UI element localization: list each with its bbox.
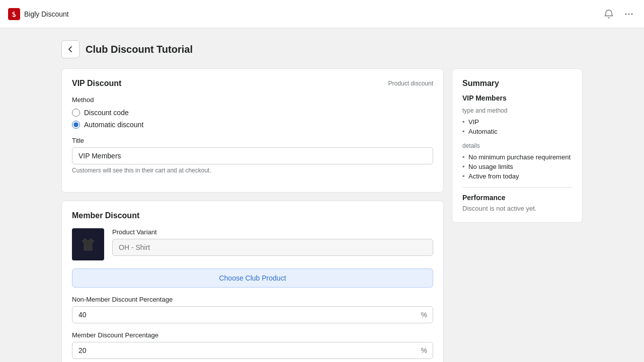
more-button[interactable] (622, 7, 636, 21)
top-bar: Bigly Discount (0, 0, 644, 28)
bell-icon (604, 9, 614, 19)
more-icon (624, 9, 634, 19)
type-method-item-automatic: Automatic (462, 127, 572, 136)
details-list: No minimum purchase requirement No usage… (462, 152, 572, 181)
member-card-header: Member Discount (72, 211, 433, 220)
automatic-discount-label: Automatic discount (84, 121, 143, 129)
method-group: Method Discount code Automatic discount (72, 96, 433, 129)
vip-card-badge: Product discount (388, 80, 433, 87)
member-percent-symbol: % (421, 346, 427, 354)
title-field-label: Title (72, 137, 433, 144)
member-discount-input[interactable] (72, 342, 433, 359)
radio-automatic-discount[interactable]: Automatic discount (72, 121, 433, 129)
non-member-discount-group: Non-Member Discount Percentage % (72, 296, 433, 323)
product-variant-label: Product Variant (112, 228, 433, 236)
non-member-label: Non-Member Discount Percentage (72, 296, 433, 303)
left-column: VIP Discount Product discount Method Dis… (61, 68, 444, 362)
method-radio-group: Discount code Automatic discount (72, 109, 433, 129)
member-discount-group: Member Discount Percentage % (72, 331, 433, 359)
vip-card-header: VIP Discount Product discount (72, 79, 433, 88)
vip-members-summary-title: VIP Members (462, 94, 572, 102)
summary-card: Summary VIP Members type and method VIP … (452, 68, 583, 223)
summary-title: Summary (462, 79, 572, 88)
back-button[interactable] (61, 40, 79, 58)
product-variant-row: Product Variant (72, 228, 433, 260)
svg-point-3 (628, 13, 630, 15)
member-input-wrapper: % (72, 342, 433, 359)
type-method-label: type and method (462, 107, 572, 114)
title-hint: Customers will see this in their cart an… (72, 167, 433, 174)
performance-text: Discount is not active yet. (462, 205, 572, 212)
performance-title: Performance (462, 194, 572, 202)
main-layout: VIP Discount Product discount Method Dis… (61, 68, 583, 362)
non-member-discount-input[interactable] (72, 306, 433, 323)
details-item-1: No usage limits (462, 162, 572, 171)
svg-point-2 (625, 13, 627, 15)
page-title: Club Discount Tutorial (86, 44, 193, 55)
non-member-input-wrapper: % (72, 306, 433, 323)
right-column: Summary VIP Members type and method VIP … (452, 68, 583, 223)
app-icon (8, 8, 20, 20)
discount-code-label: Discount code (84, 109, 129, 117)
page-header: Club Discount Tutorial (61, 40, 583, 58)
back-arrow-icon (66, 45, 74, 53)
details-item-0: No minimum purchase requirement (462, 152, 572, 162)
method-label: Method (72, 96, 433, 104)
automatic-discount-radio[interactable] (72, 121, 80, 129)
member-discount-card: Member Discount Product Variant Choose C… (61, 201, 444, 362)
top-bar-right (602, 7, 636, 21)
product-variant-input[interactable] (112, 239, 433, 256)
svg-point-4 (631, 13, 633, 15)
non-member-percent-symbol: % (421, 311, 427, 319)
top-bar-left: Bigly Discount (8, 8, 69, 20)
title-field-group: Title Customers will see this in their c… (72, 137, 433, 174)
details-item-2: Active from today (462, 171, 572, 181)
details-label: details (462, 142, 572, 149)
title-input[interactable] (72, 147, 433, 164)
app-name: Bigly Discount (24, 10, 69, 18)
vip-discount-card: VIP Discount Product discount Method Dis… (61, 68, 444, 193)
type-method-item-vip: VIP (462, 117, 572, 127)
choose-club-product-button[interactable]: Choose Club Product (72, 268, 433, 288)
tshirt-icon (78, 234, 98, 254)
vip-card-title: VIP Discount (72, 79, 121, 88)
member-discount-label: Member Discount Percentage (72, 331, 433, 339)
discount-code-radio[interactable] (72, 109, 80, 117)
product-image (72, 228, 104, 260)
product-variant-field: Product Variant (112, 228, 433, 256)
summary-divider (462, 187, 572, 188)
page-content: Club Discount Tutorial VIP Discount Prod… (45, 28, 599, 362)
type-method-list: VIP Automatic (462, 117, 572, 136)
notification-button[interactable] (602, 7, 616, 21)
member-card-title: Member Discount (72, 211, 139, 220)
radio-discount-code[interactable]: Discount code (72, 109, 433, 117)
